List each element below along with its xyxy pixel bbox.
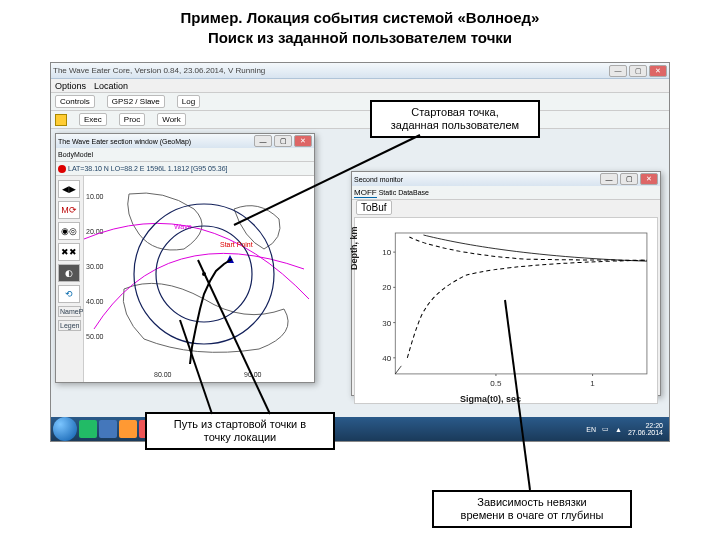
slide-title: Пример. Локация события системой «Волное… (0, 0, 720, 51)
work-button[interactable]: Work (157, 113, 186, 126)
chart-menu-static[interactable]: Static (379, 189, 397, 196)
main-tabs: Controls GPS2 / Slave Log (51, 93, 669, 111)
taskbar[interactable]: EN ▭ ▲ 22:20 27.06.2014 (51, 417, 669, 441)
main-toolbar: Exec Proc Work (51, 111, 669, 129)
minimize-button[interactable]: — (609, 65, 627, 77)
start-button[interactable] (53, 417, 77, 441)
svg-text:Start Point: Start Point (220, 241, 253, 248)
chart-toolbar: ToBuf (352, 200, 660, 215)
tool-icon-5[interactable]: ◐ (58, 264, 80, 282)
main-menubar[interactable]: Options Location (51, 79, 669, 93)
slide-title-line2: Поиск из заданной пользователем точки (40, 28, 680, 48)
chart-window: Second monitor — ▢ ✕ MOFF Static DataBas… (351, 171, 661, 396)
main-titlebar[interactable]: The Wave Eater Core, Version 0.84, 23.06… (51, 63, 669, 79)
map-window-title: The Wave Eater section window (GeoMap) (58, 138, 191, 145)
map-menu-bodymodel[interactable]: BodyModel (58, 151, 93, 158)
svg-text:40.00: 40.00 (86, 298, 104, 305)
tobuf-button[interactable]: ToBuf (356, 200, 392, 215)
chart-window-title: Second monitor (354, 176, 403, 183)
svg-text:30.00: 30.00 (86, 263, 104, 270)
proc-button[interactable]: Proc (119, 113, 145, 126)
svg-text:1: 1 (590, 379, 595, 388)
map-close[interactable]: ✕ (294, 135, 312, 147)
tool-icon-4[interactable]: ✖✖ (58, 243, 80, 261)
tool-icon-6[interactable]: ⟲ (58, 285, 80, 303)
menu-location[interactable]: Location (94, 81, 128, 91)
chart-minimize[interactable]: — (600, 173, 618, 185)
exec-button[interactable]: Exec (79, 113, 107, 126)
chart-maximize[interactable]: ▢ (620, 173, 638, 185)
map-maximize[interactable]: ▢ (274, 135, 292, 147)
system-tray[interactable]: EN ▭ ▲ 22:20 27.06.2014 (586, 422, 667, 436)
side-legend[interactable]: Legen (58, 320, 81, 331)
desktop-screenshot: The Wave Eater Core, Version 0.84, 23.06… (50, 62, 670, 442)
window-controls: — ▢ ✕ (609, 65, 667, 77)
map-titlebar[interactable]: The Wave Eater section window (GeoMap) —… (56, 134, 314, 148)
tool-icon-3[interactable]: ◉◎ (58, 222, 80, 240)
taskbar-icon-2[interactable] (99, 420, 117, 438)
svg-text:80.00: 80.00 (154, 371, 172, 378)
map-canvas[interactable]: 10.00 20.00 30.00 40.00 50.00 (84, 176, 314, 382)
main-window-title: The Wave Eater Core, Version 0.84, 23.06… (53, 66, 265, 75)
tab-controls[interactable]: Controls (55, 95, 95, 108)
y-axis-label: Depth, km (349, 226, 359, 270)
record-icon (58, 165, 66, 173)
tray-date: 27.06.2014 (628, 429, 663, 436)
annotation-path: Путь из стартовой точки в точку локации (145, 412, 335, 450)
tab-gps2[interactable]: GPS2 / Slave (107, 95, 165, 108)
tray-flag-icon: ▭ (602, 425, 609, 433)
chart-menu-database[interactable]: DataBase (398, 189, 429, 196)
tab-log[interactable]: Log (177, 95, 200, 108)
annotation-path-text: Путь из стартовой точки в точку локации (174, 418, 306, 443)
annotation-start-point: Стартовая точка, заданная пользователем (370, 100, 540, 138)
svg-point-9 (202, 272, 206, 276)
chart-close[interactable]: ✕ (640, 173, 658, 185)
map-info-bar: LAT=38.10 N LO=88.2 E 1596L 1.1812 [G95 … (56, 162, 314, 176)
svg-text:30: 30 (382, 319, 391, 328)
close-button[interactable]: ✕ (649, 65, 667, 77)
svg-text:20.00: 20.00 (86, 228, 104, 235)
annotation-dependency-text: Зависимость невязки времени в очаге от г… (461, 496, 604, 521)
annotation-dependency: Зависимость невязки времени в очаге от г… (432, 490, 632, 528)
map-minimize[interactable]: — (254, 135, 272, 147)
svg-rect-12 (395, 233, 647, 374)
chart-tab-moff[interactable]: MOFF (354, 188, 377, 198)
x-axis-label: Sigma(t0), sec (460, 394, 521, 404)
taskbar-icon-3[interactable] (119, 420, 137, 438)
svg-text:90.00: 90.00 (244, 371, 262, 378)
tool-icon-1[interactable]: ◀▶ (58, 180, 80, 198)
chart-titlebar[interactable]: Second monitor — ▢ ✕ (352, 172, 660, 186)
svg-text:20: 20 (382, 283, 391, 292)
svg-text:Wave: Wave (174, 223, 192, 230)
chart-menubar: MOFF Static DataBase (352, 186, 660, 200)
tool-icon-2[interactable]: M⟳ (58, 201, 80, 219)
map-window: The Wave Eater section window (GeoMap) —… (55, 133, 315, 383)
chart-canvas[interactable]: 10 20 30 40 0.5 1 (354, 217, 658, 404)
geo-map-svg: 10.00 20.00 30.00 40.00 50.00 (84, 176, 314, 382)
tray-lang[interactable]: EN (586, 426, 596, 433)
svg-text:0.5: 0.5 (490, 379, 502, 388)
svg-line-25 (395, 366, 401, 374)
slide-title-line1: Пример. Локация события системой «Волное… (40, 8, 680, 28)
map-menubar: BodyModel (56, 148, 314, 162)
svg-text:40: 40 (382, 354, 391, 363)
svg-text:10.00: 10.00 (86, 193, 104, 200)
svg-text:10: 10 (382, 248, 391, 257)
map-side-toolbar: ◀▶ M⟳ ◉◎ ✖✖ ◐ ⟲ NameP Legen (56, 176, 84, 382)
maximize-button[interactable]: ▢ (629, 65, 647, 77)
svg-text:50.00: 50.00 (86, 333, 104, 340)
map-info-text: LAT=38.10 N LO=88.2 E 1596L 1.1812 [G95 … (68, 165, 228, 172)
menu-options[interactable]: Options (55, 81, 86, 91)
folder-icon[interactable] (55, 114, 67, 126)
annotation-start-text: Стартовая точка, заданная пользователем (391, 106, 519, 131)
tray-time: 22:20 (628, 422, 663, 429)
main-window: The Wave Eater Core, Version 0.84, 23.06… (51, 63, 669, 441)
tray-volume-icon[interactable]: ▲ (615, 426, 622, 433)
taskbar-icon-1[interactable] (79, 420, 97, 438)
sigma-depth-chart: 10 20 30 40 0.5 1 (355, 218, 657, 403)
side-namep[interactable]: NameP (58, 306, 81, 317)
